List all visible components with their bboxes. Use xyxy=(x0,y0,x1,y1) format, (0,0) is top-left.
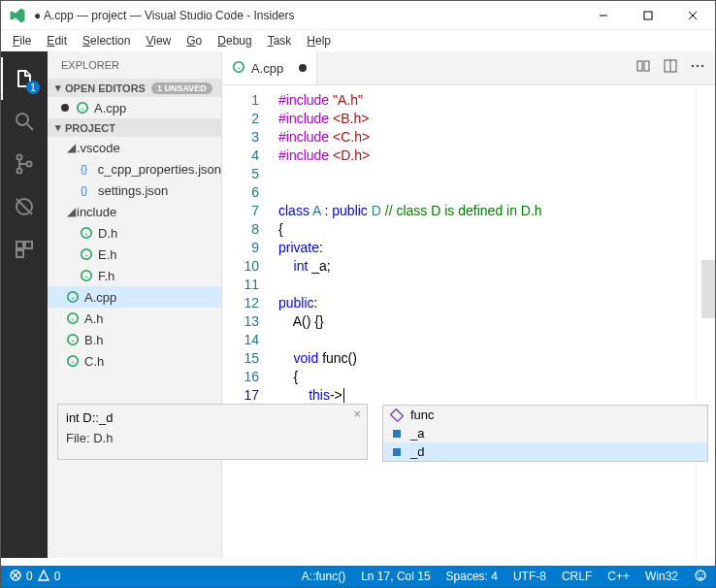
tab-acpp[interactable]: + A.cpp xyxy=(222,51,317,84)
menu-debug[interactable]: Debug xyxy=(210,32,259,49)
tree-item[interactable]: +C.h xyxy=(48,350,221,372)
status-encoding[interactable]: UTF-8 xyxy=(505,570,554,583)
suggest-item[interactable]: _d xyxy=(383,442,707,461)
split-editor-icon[interactable] xyxy=(663,58,678,78)
menu-selection[interactable]: Selection xyxy=(75,32,138,49)
cpp-file-icon: + xyxy=(79,225,94,241)
tree-item[interactable]: +A.h xyxy=(48,308,221,329)
tree-item[interactable]: +A.cpp xyxy=(48,286,221,308)
unsaved-badge: 1 UNSAVED xyxy=(151,82,212,94)
svg-text:+: + xyxy=(81,105,84,112)
menubar: File Edit Selection View Go Debug Task H… xyxy=(1,30,715,51)
svg-point-7 xyxy=(17,169,22,174)
svg-text:+: + xyxy=(71,358,75,365)
minimap[interactable] xyxy=(696,85,715,558)
svg-point-40 xyxy=(701,65,704,68)
tree-item[interactable]: {}c_cpp_properties.json xyxy=(48,158,221,180)
status-feedback[interactable] xyxy=(686,569,715,585)
status-scope[interactable]: A::func() xyxy=(294,570,353,583)
tree-item[interactable]: {}settings.json xyxy=(48,180,221,201)
tree-item[interactable]: ◢.vscode xyxy=(48,137,221,158)
code-content[interactable]: #include "A.h" #include <B.h> #include <… xyxy=(271,85,715,558)
svg-rect-13 xyxy=(16,250,23,257)
maximize-button[interactable] xyxy=(626,1,670,30)
dirty-dot-icon xyxy=(299,64,307,72)
workspace: 1 EXPLORER ▾ OPEN EDITORS 1 UNSAVED + A.… xyxy=(1,51,715,558)
project-head[interactable]: ▾ PROJECT xyxy=(48,118,221,137)
menu-help[interactable]: Help xyxy=(299,32,339,49)
editor-body[interactable]: 1234567891011121314151617 #include "A.h"… xyxy=(222,85,715,558)
editor-area: + A.cpp 1234567891011121314151617 #inclu… xyxy=(222,51,715,558)
svg-rect-43 xyxy=(393,448,401,456)
status-target[interactable]: Win32 xyxy=(637,570,686,583)
window-controls xyxy=(581,1,715,30)
cpp-file-icon: + xyxy=(65,353,81,369)
status-bar: 0 0 A::func() Ln 17, Col 15 Spaces: 4 UT… xyxy=(1,566,715,587)
svg-rect-34 xyxy=(637,61,642,71)
svg-rect-35 xyxy=(644,61,649,71)
open-editor-label: A.cpp xyxy=(94,101,126,115)
cpp-file-icon: + xyxy=(65,289,81,305)
activity-bar: 1 xyxy=(1,51,48,558)
tab-actions xyxy=(626,51,715,84)
smiley-icon xyxy=(694,569,707,585)
minimap-thumb[interactable] xyxy=(701,260,715,318)
line-numbers: 1234567891011121314151617 xyxy=(222,85,271,558)
chevron-down-icon: ▾ xyxy=(51,82,65,94)
status-spaces[interactable]: Spaces: 4 xyxy=(439,570,505,583)
suggest-widget[interactable]: func_a_d xyxy=(382,405,708,462)
svg-text:+: + xyxy=(84,230,88,237)
cpp-file-icon: + xyxy=(79,246,94,262)
titlebar: ● A.cpp — project — Visual Studio Code -… xyxy=(1,1,715,30)
tree-item[interactable]: +B.h xyxy=(48,329,221,350)
more-icon[interactable] xyxy=(690,58,705,78)
cpp-file-icon: + xyxy=(79,268,94,283)
project-label: PROJECT xyxy=(65,122,115,134)
svg-line-5 xyxy=(27,124,33,130)
activity-git[interactable] xyxy=(1,143,48,185)
activity-debug[interactable] xyxy=(1,185,48,228)
open-editor-item[interactable]: + A.cpp xyxy=(48,97,221,118)
status-position[interactable]: Ln 17, Col 15 xyxy=(353,570,438,583)
svg-point-6 xyxy=(17,155,22,160)
minimize-button[interactable] xyxy=(581,1,626,30)
status-language[interactable]: C++ xyxy=(600,570,637,583)
activity-explorer[interactable]: 1 xyxy=(1,57,48,100)
error-icon xyxy=(9,569,22,585)
tree-item[interactable]: +D.h xyxy=(48,222,221,244)
close-button[interactable] xyxy=(670,1,715,30)
menu-view[interactable]: View xyxy=(138,32,179,49)
json-file-icon: {} xyxy=(79,161,94,177)
tree-item[interactable]: +E.h xyxy=(48,244,221,265)
menu-task[interactable]: Task xyxy=(260,32,300,49)
close-icon[interactable]: × xyxy=(353,407,361,421)
menu-file[interactable]: File xyxy=(5,32,39,49)
svg-text:+: + xyxy=(71,315,75,322)
suggest-item[interactable]: _a xyxy=(383,424,707,442)
hover-signature: int D::_d xyxy=(66,410,359,425)
tab-bar: + A.cpp xyxy=(222,51,715,85)
json-file-icon: {} xyxy=(79,182,94,198)
svg-rect-12 xyxy=(25,242,32,248)
svg-text:+: + xyxy=(71,337,75,343)
menu-go[interactable]: Go xyxy=(179,32,210,49)
hover-tooltip: × int D::_d File: D.h xyxy=(57,404,368,460)
chevron-down-icon: ▾ xyxy=(51,121,65,134)
open-editors-head[interactable]: ▾ OPEN EDITORS 1 UNSAVED xyxy=(48,79,221,97)
svg-point-49 xyxy=(701,573,703,575)
menu-edit[interactable]: Edit xyxy=(39,32,75,49)
compare-icon[interactable] xyxy=(635,58,651,78)
tree-item[interactable]: ◢include xyxy=(48,201,221,222)
tree-item[interactable]: +F.h xyxy=(48,265,221,286)
svg-point-38 xyxy=(692,65,695,68)
status-problems[interactable]: 0 0 xyxy=(1,569,68,585)
status-eol[interactable]: CRLF xyxy=(554,570,600,583)
svg-rect-42 xyxy=(393,430,401,438)
tab-label: A.cpp xyxy=(251,61,283,76)
sidebar: EXPLORER ▾ OPEN EDITORS 1 UNSAVED + A.cp… xyxy=(48,51,222,558)
svg-rect-41 xyxy=(391,408,404,421)
suggest-item[interactable]: func xyxy=(383,406,707,424)
svg-text:{}: {} xyxy=(81,163,88,175)
activity-extensions[interactable] xyxy=(1,228,48,271)
activity-search[interactable] xyxy=(1,100,48,143)
